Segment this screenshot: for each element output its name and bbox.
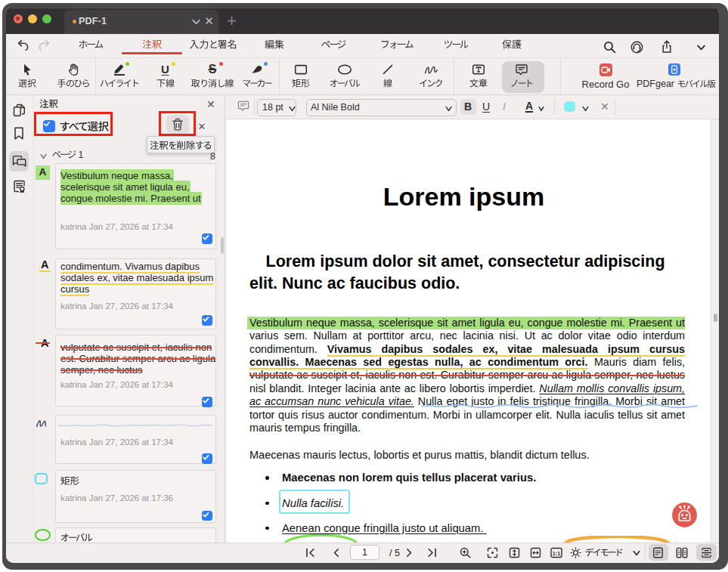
- svg-text:1:1: 1:1: [553, 549, 560, 556]
